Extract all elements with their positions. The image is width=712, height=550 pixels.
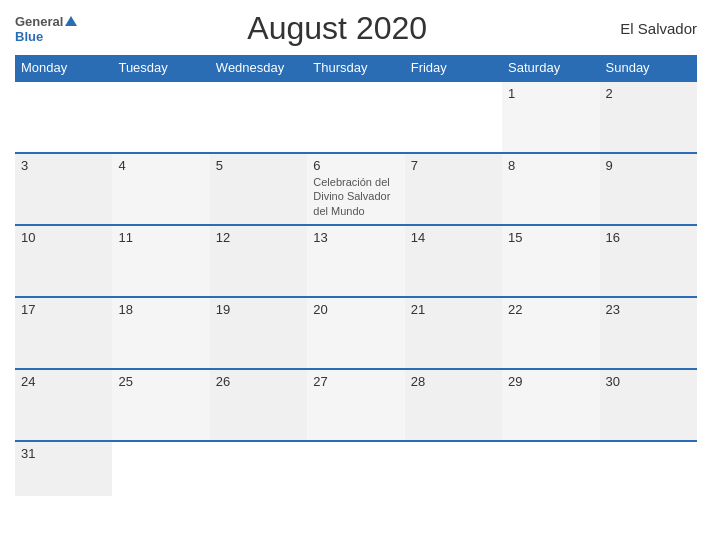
calendar-container: General Blue August 2020 El Salvador Mon…: [0, 0, 712, 550]
cell-day-number: 30: [606, 374, 691, 389]
calendar-cell: 9: [600, 153, 697, 225]
cell-day-number: 10: [21, 230, 106, 245]
calendar-cell: [307, 441, 404, 496]
cell-day-number: 2: [606, 86, 691, 101]
week-row-1: 12: [15, 81, 697, 153]
calendar-cell: 7: [405, 153, 502, 225]
cell-day-number: 1: [508, 86, 593, 101]
calendar-cell: 13: [307, 225, 404, 297]
cell-day-number: 25: [118, 374, 203, 389]
cell-day-number: 22: [508, 302, 593, 317]
cell-day-number: 18: [118, 302, 203, 317]
calendar-cell: [405, 81, 502, 153]
calendar-cell: 26: [210, 369, 307, 441]
calendar-cell: 15: [502, 225, 599, 297]
logo: General Blue: [15, 14, 77, 44]
calendar-cell: [15, 81, 112, 153]
cell-day-number: 8: [508, 158, 593, 173]
cell-day-number: 24: [21, 374, 106, 389]
cell-day-number: 7: [411, 158, 496, 173]
calendar-cell: 22: [502, 297, 599, 369]
calendar-cell: 25: [112, 369, 209, 441]
cell-day-number: 26: [216, 374, 301, 389]
cell-day-number: 23: [606, 302, 691, 317]
cell-day-number: 9: [606, 158, 691, 173]
calendar-header: General Blue August 2020 El Salvador: [15, 10, 697, 47]
logo-blue-text: Blue: [15, 29, 43, 44]
calendar-cell: 5: [210, 153, 307, 225]
calendar-cell: 20: [307, 297, 404, 369]
cell-day-number: 6: [313, 158, 398, 173]
logo-triangle-icon: [65, 16, 77, 26]
day-header-thursday: Thursday: [307, 55, 404, 81]
calendar-cell: 4: [112, 153, 209, 225]
calendar-cell: 1: [502, 81, 599, 153]
cell-day-number: 13: [313, 230, 398, 245]
calendar-cell: 19: [210, 297, 307, 369]
week-row-5: 24252627282930: [15, 369, 697, 441]
calendar-cell: 16: [600, 225, 697, 297]
calendar-cell: 18: [112, 297, 209, 369]
day-header-tuesday: Tuesday: [112, 55, 209, 81]
cell-day-number: 28: [411, 374, 496, 389]
calendar-cell: 23: [600, 297, 697, 369]
logo-general-text: General: [15, 14, 63, 29]
cell-day-number: 4: [118, 158, 203, 173]
calendar-cell: 29: [502, 369, 599, 441]
day-header-monday: Monday: [15, 55, 112, 81]
week-row-6: 31: [15, 441, 697, 496]
cell-day-number: 16: [606, 230, 691, 245]
week-row-2: 3456Celebración del Divino Salvador del …: [15, 153, 697, 225]
calendar-cell: 31: [15, 441, 112, 496]
country-label: El Salvador: [597, 20, 697, 37]
calendar-cell: 17: [15, 297, 112, 369]
cell-day-number: 15: [508, 230, 593, 245]
cell-day-number: 17: [21, 302, 106, 317]
day-header-row: MondayTuesdayWednesdayThursdayFridaySatu…: [15, 55, 697, 81]
calendar-cell: [112, 81, 209, 153]
cell-day-number: 31: [21, 446, 106, 461]
month-title: August 2020: [77, 10, 597, 47]
calendar-cell: 8: [502, 153, 599, 225]
calendar-cell: [307, 81, 404, 153]
calendar-cell: [112, 441, 209, 496]
calendar-cell: 10: [15, 225, 112, 297]
week-row-3: 10111213141516: [15, 225, 697, 297]
calendar-cell: 11: [112, 225, 209, 297]
calendar-cell: [502, 441, 599, 496]
calendar-cell: 21: [405, 297, 502, 369]
cell-day-number: 12: [216, 230, 301, 245]
calendar-cell: 6Celebración del Divino Salvador del Mun…: [307, 153, 404, 225]
calendar-cell: 28: [405, 369, 502, 441]
calendar-cell: [210, 81, 307, 153]
calendar-cell: 12: [210, 225, 307, 297]
cell-day-number: 11: [118, 230, 203, 245]
cell-day-number: 27: [313, 374, 398, 389]
calendar-cell: 3: [15, 153, 112, 225]
calendar-table: MondayTuesdayWednesdayThursdayFridaySatu…: [15, 55, 697, 496]
cell-day-number: 19: [216, 302, 301, 317]
cell-day-number: 3: [21, 158, 106, 173]
calendar-cell: [600, 441, 697, 496]
calendar-cell: 24: [15, 369, 112, 441]
day-header-wednesday: Wednesday: [210, 55, 307, 81]
calendar-cell: 30: [600, 369, 697, 441]
cell-day-number: 29: [508, 374, 593, 389]
week-row-4: 17181920212223: [15, 297, 697, 369]
day-header-friday: Friday: [405, 55, 502, 81]
calendar-cell: [405, 441, 502, 496]
cell-event: Celebración del Divino Salvador del Mund…: [313, 175, 398, 218]
cell-day-number: 21: [411, 302, 496, 317]
day-header-saturday: Saturday: [502, 55, 599, 81]
cell-day-number: 14: [411, 230, 496, 245]
cell-day-number: 20: [313, 302, 398, 317]
calendar-cell: 27: [307, 369, 404, 441]
calendar-cell: 2: [600, 81, 697, 153]
cell-day-number: 5: [216, 158, 301, 173]
calendar-cell: 14: [405, 225, 502, 297]
calendar-cell: [210, 441, 307, 496]
day-header-sunday: Sunday: [600, 55, 697, 81]
